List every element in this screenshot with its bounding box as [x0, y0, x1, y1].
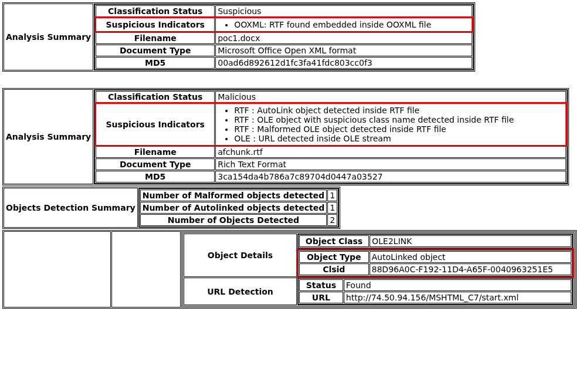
filename-label: Filename	[96, 32, 215, 44]
clsid-label: Clsid	[299, 263, 369, 275]
md5-label: MD5	[96, 57, 215, 69]
classification-status-label: Classification Status	[96, 5, 215, 17]
num-malformed-value: 1	[327, 190, 337, 201]
analysis-summary-label: Analysis Summary	[4, 4, 93, 70]
url-detection-label: URL Detection	[184, 278, 297, 305]
analysis-summary-label: Analysis Summary	[4, 89, 93, 184]
document-type-label: Document Type	[96, 158, 215, 170]
url-value: http://74.50.94.156/MSHTML_C7/start.xml	[344, 292, 571, 303]
md5-value: 00ad6d892612d1fc3fa41fdc803cc0f3	[215, 57, 472, 69]
num-objects-label: Number of Objects Detected	[140, 214, 327, 226]
objects-detection-summary-block: Objects Detection Summary Number of Malf…	[2, 187, 340, 229]
document-type-value: Rich Text Format	[215, 158, 566, 170]
document-type-value: Microsoft Office Open XML format	[215, 45, 472, 56]
object-class-label: Object Class	[299, 235, 369, 247]
object-type-label: Object Type	[299, 251, 369, 263]
object-detail-block-clean: Object Details Object Class OLE2LINK	[2, 230, 577, 309]
analysis-summary-block-1: Analysis Summary Classification Status S…	[2, 2, 475, 72]
suspicious-indicators-value: RTF : AutoLink object detected inside RT…	[215, 103, 566, 146]
classification-status-value: Malicious	[215, 91, 566, 103]
analysis-summary-block-2: Analysis Summary Classification Status M…	[2, 88, 569, 185]
filename-value: afchunk.rtf	[215, 146, 566, 158]
indicator-item: OOXML: RTF found embedded inside OOXML f…	[234, 20, 470, 29]
md5-label: MD5	[96, 171, 215, 183]
object-details-label: Object Details	[184, 234, 297, 277]
indicator-item: RTF : OLE object with suspicious class n…	[234, 115, 564, 124]
indicator-item: RTF : AutoLink object detected inside RT…	[234, 106, 564, 115]
filename-value: poc1.docx	[215, 32, 472, 44]
num-malformed-label: Number of Malformed objects detected	[140, 190, 327, 201]
num-objects-value: 2	[327, 214, 337, 226]
indicator-item: RTF : Malformed OLE object detected insi…	[234, 124, 564, 134]
md5-value: 3ca154da4b786a7c89704d0447a03527	[215, 171, 566, 183]
clsid-value: 88D96A0C-F192-11D4-A65F-0040963251E5	[370, 263, 571, 275]
object-type-value: AutoLinked object	[370, 251, 571, 263]
url-status-label: Status	[299, 279, 343, 291]
classification-status-label: Classification Status	[96, 91, 215, 103]
suspicious-indicators-label: Suspicious Indicators	[96, 18, 215, 32]
num-autolinked-label: Number of Autolinked objects detected	[140, 202, 327, 214]
filename-label: Filename	[96, 146, 215, 158]
suspicious-indicators-value: OOXML: RTF found embedded inside OOXML f…	[215, 18, 472, 32]
url-status-value: Found	[344, 279, 571, 291]
classification-status-value: Suspicious	[215, 5, 472, 17]
url-label: URL	[299, 292, 343, 303]
suspicious-indicators-label: Suspicious Indicators	[96, 103, 215, 146]
object-class-value: OLE2LINK	[370, 235, 571, 247]
num-autolinked-value: 1	[327, 202, 337, 214]
indicator-item: OLE : URL detected inside OLE stream	[234, 134, 564, 143]
document-type-label: Document Type	[96, 45, 215, 56]
objects-detection-summary-label: Objects Detection Summary	[4, 188, 138, 228]
